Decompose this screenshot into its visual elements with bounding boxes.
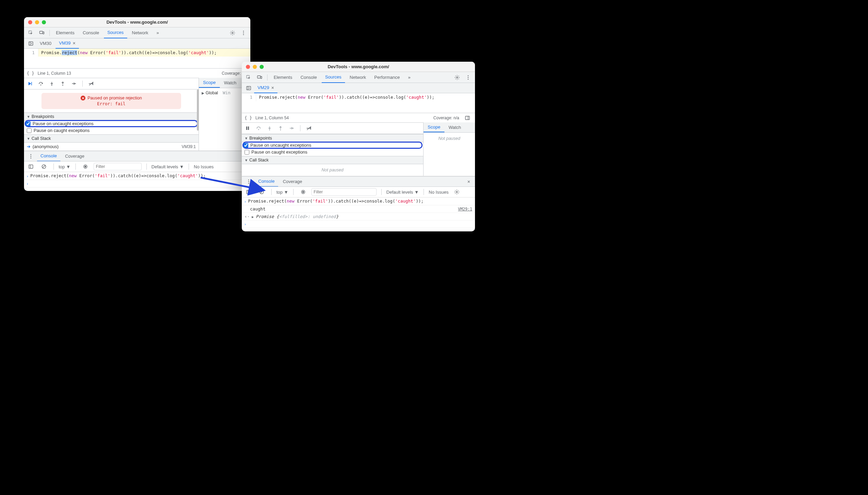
pretty-print-button[interactable]: { } [245, 116, 252, 120]
step-into-button[interactable] [266, 124, 273, 132]
console-context[interactable]: top ▼ [59, 164, 71, 169]
pause-uncaught-checkbox-row[interactable]: Pause on uncaught exceptions [25, 120, 198, 127]
log-levels-dropdown[interactable]: Default levels ▼ [387, 190, 419, 195]
maximize-window-button[interactable] [260, 65, 264, 69]
step-over-button[interactable] [255, 124, 262, 132]
debugger-sidebar-toggle-icon[interactable] [463, 113, 472, 123]
pause-caught-checkbox[interactable] [245, 150, 249, 155]
drawer-more-icon[interactable] [26, 152, 36, 161]
minimize-window-button[interactable] [253, 65, 257, 69]
tabs-overflow[interactable]: » [405, 72, 414, 83]
step-into-button[interactable] [48, 80, 56, 87]
device-toolbar-icon[interactable] [255, 73, 264, 82]
drawer-tab-coverage[interactable]: Coverage [62, 151, 88, 161]
console-filter-input[interactable] [311, 188, 377, 196]
deactivate-breakpoints-button[interactable] [87, 80, 95, 87]
deactivate-breakpoints-button[interactable] [305, 124, 313, 132]
file-tab-vm29[interactable]: VM29 × [254, 83, 277, 93]
issues-button[interactable]: No Issues [194, 164, 214, 169]
stack-frame[interactable]: ➔ (anonymous) VM39:1 [24, 143, 199, 150]
svg-rect-31 [247, 86, 251, 90]
pause-caught-checkbox-row[interactable]: Pause on caught exceptions [242, 148, 423, 156]
console-settings-icon[interactable] [452, 187, 462, 197]
device-toolbar-icon[interactable] [37, 28, 47, 38]
resume-button[interactable] [26, 80, 34, 87]
tab-watch[interactable]: Watch [220, 78, 240, 88]
step-button[interactable] [70, 80, 78, 87]
disclosure-icon: ▼ [245, 158, 248, 162]
step-over-button[interactable] [37, 80, 45, 87]
step-out-button[interactable] [59, 80, 67, 87]
close-window-button[interactable] [28, 20, 32, 24]
navigator-toggle-icon[interactable] [26, 39, 36, 48]
navigator-toggle-icon[interactable] [244, 83, 253, 93]
pause-uncaught-checkbox[interactable] [243, 143, 248, 148]
tabs-overflow[interactable]: » [153, 27, 162, 38]
console-prompt[interactable]: › [24, 180, 250, 188]
console-log-location[interactable]: VM29:1 [458, 207, 472, 212]
clear-console-icon[interactable] [39, 162, 49, 171]
step-out-button[interactable] [277, 124, 284, 132]
close-tab-icon[interactable]: × [73, 40, 75, 46]
live-expression-icon[interactable] [81, 162, 90, 171]
callstack-section[interactable]: ▼ Call Stack [24, 134, 199, 143]
drawer-tab-coverage[interactable]: Coverage [280, 177, 306, 187]
live-expression-icon[interactable] [298, 187, 308, 197]
pause-uncaught-checkbox[interactable] [26, 121, 31, 126]
pretty-print-button[interactable]: { } [27, 71, 34, 76]
pause-button[interactable] [244, 124, 251, 132]
console-sidebar-toggle-icon[interactable] [244, 187, 253, 197]
scope-window-value: Win [223, 90, 231, 95]
tab-watch[interactable]: Watch [444, 122, 465, 132]
inspect-icon[interactable] [26, 28, 36, 38]
inspect-icon[interactable] [244, 73, 253, 82]
tab-elements[interactable]: Elements [270, 72, 296, 83]
more-icon[interactable] [463, 73, 473, 82]
pause-caught-checkbox[interactable] [27, 128, 32, 133]
console-context[interactable]: top ▼ [276, 190, 288, 195]
scope-global[interactable]: Global [205, 90, 218, 95]
tab-sources[interactable]: Sources [322, 72, 345, 83]
console-input-code: Promise.reject(new Error('fail')).catch(… [30, 173, 206, 178]
pause-caught-checkbox-row[interactable]: Pause on caught exceptions [24, 126, 199, 134]
tab-sources[interactable]: Sources [104, 27, 127, 38]
scope-not-paused: Not paused [424, 133, 475, 144]
settings-icon[interactable] [228, 28, 237, 38]
console-sidebar-toggle-icon[interactable] [26, 162, 36, 171]
tab-performance[interactable]: Performance [371, 72, 403, 83]
code-editor[interactable]: 1 Promise.reject(new Error('fail')).catc… [242, 93, 475, 101]
pause-uncaught-checkbox-row[interactable]: Pause on uncaught exceptions [242, 142, 423, 149]
minimize-window-button[interactable] [35, 20, 39, 24]
more-icon[interactable] [239, 28, 248, 38]
close-drawer-icon[interactable]: × [465, 179, 473, 184]
file-tab-vm39[interactable]: VM39 × [56, 38, 79, 49]
drawer-tab-console[interactable]: Console [255, 177, 278, 187]
file-tab-vm30[interactable]: VM30 [36, 38, 55, 49]
tab-console[interactable]: Console [79, 27, 103, 38]
disclosure-icon: ▼ [27, 137, 30, 141]
code-editor[interactable]: 1 Promise.reject(new Error('fail')).catc… [24, 49, 250, 57]
tab-network[interactable]: Network [346, 72, 370, 83]
breakpoints-section[interactable]: ▼ Breakpoints [242, 134, 423, 142]
console-return-value[interactable]: Promise {<fulfilled>: undefined} [256, 214, 338, 219]
drawer-tab-console[interactable]: Console [37, 151, 60, 161]
step-button[interactable] [288, 124, 295, 132]
issues-button[interactable]: No Issues [429, 190, 449, 195]
console-filter-input[interactable] [94, 163, 142, 170]
drawer-more-icon[interactable] [244, 177, 253, 186]
settings-icon[interactable] [452, 73, 462, 82]
tab-scope[interactable]: Scope [199, 78, 220, 88]
log-levels-dropdown[interactable]: Default levels ▼ [152, 164, 184, 169]
debugger-toolbar [242, 122, 423, 134]
close-tab-icon[interactable]: × [271, 85, 274, 90]
tab-console[interactable]: Console [297, 72, 320, 83]
tab-elements[interactable]: Elements [52, 27, 78, 38]
tab-scope[interactable]: Scope [424, 122, 444, 132]
clear-console-icon[interactable] [257, 187, 266, 197]
callstack-section[interactable]: ▼ Call Stack [242, 156, 423, 164]
breakpoints-section[interactable]: ▼ Breakpoints [24, 112, 199, 121]
close-window-button[interactable] [246, 65, 250, 69]
maximize-window-button[interactable] [42, 20, 46, 24]
tab-network[interactable]: Network [129, 27, 152, 38]
console-prompt[interactable]: › [242, 220, 475, 228]
